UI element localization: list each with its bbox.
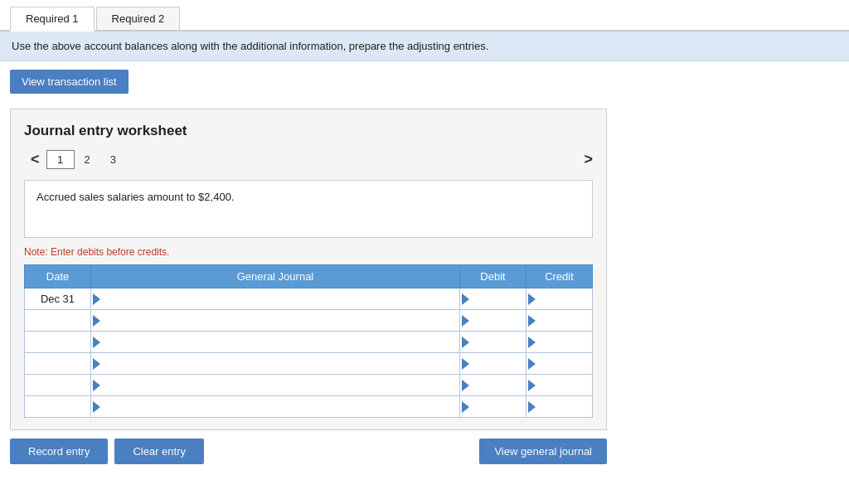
credit-input-2[interactable] xyxy=(536,332,592,352)
debit-input-0[interactable] xyxy=(469,288,526,309)
debit-cell-1[interactable] xyxy=(460,310,526,332)
tabs-container: Required 1 Required 2 xyxy=(0,0,849,32)
col-header-gj: General Journal xyxy=(91,265,460,288)
nav-page-2[interactable]: 2 xyxy=(75,151,100,168)
tab-required1[interactable]: Required 1 xyxy=(10,7,95,32)
triangle-icon xyxy=(93,315,100,327)
debit-input-2[interactable] xyxy=(469,332,526,352)
view-transaction-button[interactable]: View transaction list xyxy=(10,70,129,94)
table-row xyxy=(25,310,593,332)
debit-input-4[interactable] xyxy=(469,375,526,395)
date-cell-4 xyxy=(25,375,91,396)
gj-cell-1[interactable] xyxy=(91,310,460,332)
debit-cell-5[interactable] xyxy=(460,396,526,418)
note-text: Note: Enter debits before credits. xyxy=(24,246,593,258)
triangle-icon xyxy=(528,380,536,391)
gj-input-4[interactable] xyxy=(100,375,459,395)
worksheet-title: Journal entry worksheet xyxy=(24,123,593,139)
info-bar: Use the above account balances along wit… xyxy=(0,32,849,61)
triangle-icon xyxy=(462,337,469,348)
triangle-icon xyxy=(528,358,536,370)
nav-left-arrow[interactable]: < xyxy=(24,149,46,170)
triangle-icon xyxy=(93,401,100,413)
nav-row: < 1 2 3 > xyxy=(24,149,593,170)
col-header-credit: Credit xyxy=(526,265,593,288)
date-cell-0: Dec 31 xyxy=(25,288,91,310)
table-row xyxy=(25,353,593,375)
triangle-icon xyxy=(462,315,469,327)
gj-cell-5[interactable] xyxy=(91,396,460,418)
credit-cell-0[interactable] xyxy=(526,288,593,310)
col-header-date: Date xyxy=(25,265,91,288)
description-text: Accrued sales salaries amount to $2,400. xyxy=(36,191,234,203)
credit-cell-4[interactable] xyxy=(526,375,593,396)
credit-input-4[interactable] xyxy=(536,375,592,395)
debit-cell-0[interactable] xyxy=(460,288,526,310)
record-entry-button[interactable]: Record entry xyxy=(10,439,108,464)
description-box: Accrued sales salaries amount to $2,400. xyxy=(24,180,593,238)
credit-input-1[interactable] xyxy=(536,310,592,331)
date-cell-3 xyxy=(25,353,91,375)
view-general-journal-button[interactable]: View general journal xyxy=(479,439,607,464)
col-header-debit: Debit xyxy=(460,265,526,288)
credit-input-0[interactable] xyxy=(536,288,592,309)
triangle-icon xyxy=(93,293,100,305)
nav-page-3[interactable]: 3 xyxy=(100,151,126,168)
triangle-icon xyxy=(462,401,469,413)
tab-required2[interactable]: Required 2 xyxy=(96,7,181,30)
date-cell-5 xyxy=(25,396,91,418)
triangle-icon xyxy=(528,401,536,413)
triangle-icon xyxy=(462,380,469,391)
worksheet-panel: Journal entry worksheet < 1 2 3 > Accrue… xyxy=(10,109,607,430)
gj-input-5[interactable] xyxy=(100,396,459,417)
nav-right-arrow[interactable]: > xyxy=(584,151,593,168)
gj-input-0[interactable] xyxy=(100,288,459,309)
date-cell-2 xyxy=(25,332,91,353)
gj-cell-2[interactable] xyxy=(91,332,460,353)
gj-cell-3[interactable] xyxy=(91,353,460,375)
credit-cell-5[interactable] xyxy=(526,396,593,418)
triangle-icon xyxy=(93,358,100,370)
triangle-icon xyxy=(528,293,536,305)
bottom-buttons: Record entry Clear entry View general jo… xyxy=(10,439,607,464)
credit-cell-1[interactable] xyxy=(526,310,593,332)
credit-cell-3[interactable] xyxy=(526,353,593,375)
triangle-icon xyxy=(462,358,469,370)
credit-input-3[interactable] xyxy=(536,353,592,374)
table-row xyxy=(25,396,593,418)
debit-input-1[interactable] xyxy=(469,310,526,331)
table-row xyxy=(25,375,593,396)
gj-cell-0[interactable] xyxy=(91,288,460,310)
triangle-icon xyxy=(462,293,469,305)
gj-input-3[interactable] xyxy=(100,353,459,374)
clear-entry-button[interactable]: Clear entry xyxy=(114,439,204,464)
date-cell-1 xyxy=(25,310,91,332)
triangle-icon xyxy=(93,337,100,348)
gj-cell-4[interactable] xyxy=(91,375,460,396)
triangle-icon xyxy=(528,337,536,348)
nav-page-1[interactable]: 1 xyxy=(46,150,75,169)
journal-table: Date General Journal Debit Credit Dec 31 xyxy=(24,264,593,418)
debit-input-3[interactable] xyxy=(469,353,526,374)
table-row xyxy=(25,332,593,353)
info-bar-text: Use the above account balances along wit… xyxy=(12,40,488,52)
debit-cell-3[interactable] xyxy=(460,353,526,375)
credit-input-5[interactable] xyxy=(536,396,592,417)
debit-input-5[interactable] xyxy=(469,396,526,417)
gj-input-2[interactable] xyxy=(100,332,459,352)
credit-cell-2[interactable] xyxy=(526,332,593,353)
debit-cell-2[interactable] xyxy=(460,332,526,353)
table-row: Dec 31 xyxy=(25,288,593,310)
debit-cell-4[interactable] xyxy=(460,375,526,396)
triangle-icon xyxy=(528,315,536,327)
triangle-icon xyxy=(93,380,100,391)
gj-input-1[interactable] xyxy=(100,310,459,331)
